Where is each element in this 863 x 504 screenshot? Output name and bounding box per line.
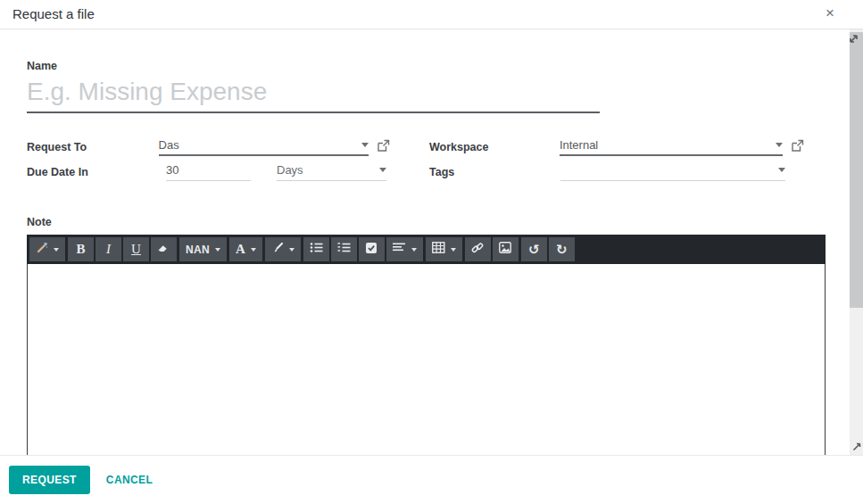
image-button[interactable]	[493, 237, 519, 261]
note-label: Note	[27, 216, 863, 228]
request-button[interactable]: REQUEST	[9, 466, 90, 494]
name-field-group: Name	[27, 60, 600, 113]
redo-icon: ↻	[556, 242, 568, 258]
unordered-list-icon	[310, 242, 323, 257]
paragraph-align-dropdown[interactable]	[386, 237, 423, 261]
rich-text-editor: B I U	[27, 235, 826, 457]
name-input[interactable]	[27, 76, 600, 113]
fields-grid: Request To Due Date In	[27, 138, 863, 188]
chevron-down-icon	[54, 248, 59, 252]
link-icon	[471, 242, 484, 258]
request-file-dialog: Request a file × Name Request To	[0, 0, 863, 504]
chevron-down-icon	[778, 168, 785, 172]
checklist-button[interactable]	[359, 237, 385, 261]
style-dropdown-button[interactable]	[29, 237, 65, 261]
scrollbar-thumb[interactable]	[850, 32, 863, 308]
dialog-title: Request a file	[12, 6, 95, 21]
history-group: ↺ ↻	[521, 237, 575, 261]
resize-cursor-icon	[849, 31, 859, 47]
color-dropdown-button[interactable]	[265, 237, 301, 261]
font-style-group: B I U	[68, 237, 177, 261]
table-group	[426, 237, 462, 261]
eraser-icon	[157, 242, 170, 257]
workspace-row: Workspace	[429, 138, 804, 163]
due-date-unit-value: Days	[277, 163, 374, 177]
workspace-input[interactable]	[560, 138, 770, 152]
list-group	[303, 237, 423, 261]
table-icon	[432, 242, 445, 257]
chevron-down-icon	[411, 248, 417, 252]
dialog-body: Name Request To	[0, 29, 863, 455]
font-style-dropdown[interactable]: A	[229, 237, 262, 261]
tags-select[interactable]	[560, 163, 785, 181]
close-icon[interactable]: ×	[826, 4, 834, 22]
chevron-down-icon[interactable]	[361, 143, 369, 147]
request-to-label: Request To	[27, 138, 159, 153]
due-date-fields: Days	[166, 163, 386, 181]
link-button[interactable]	[465, 237, 491, 261]
dialog-header: Request a file ×	[0, 0, 863, 29]
unordered-list-button[interactable]	[303, 237, 329, 261]
font-style-label: A	[236, 242, 245, 257]
note-field-group: Note	[27, 216, 863, 457]
tags-row: Tags	[429, 163, 804, 188]
font-name-label: NAN	[186, 244, 210, 256]
request-to-input[interactable]	[159, 138, 356, 152]
insert-group	[465, 237, 519, 261]
note-editor-content[interactable]	[27, 264, 826, 457]
chevron-down-icon	[451, 248, 456, 252]
request-to-field	[159, 138, 369, 156]
paragraph-align-icon	[393, 242, 406, 257]
dialog-footer: REQUEST CANCEL	[0, 455, 863, 504]
due-date-input[interactable]	[166, 163, 251, 181]
magic-wand-icon	[36, 242, 48, 258]
redo-button[interactable]: ↻	[549, 237, 575, 261]
due-date-unit-select[interactable]: Days	[277, 163, 386, 181]
chevron-down-icon	[289, 248, 295, 252]
chevron-down-icon	[379, 168, 386, 172]
underline-button[interactable]: U	[123, 237, 149, 261]
name-label: Name	[27, 60, 600, 72]
picture-icon	[499, 242, 511, 257]
chevron-down-icon	[251, 248, 256, 252]
editor-toolbar: B I U	[27, 235, 826, 264]
external-link-icon[interactable]	[791, 139, 804, 153]
font-size-group: A	[229, 237, 262, 261]
eraser-button[interactable]	[151, 237, 177, 261]
fields-column-left: Request To Due Date In	[27, 138, 390, 188]
workspace-field	[560, 138, 783, 156]
chevron-down-icon[interactable]	[776, 143, 783, 147]
table-dropdown-button[interactable]	[426, 237, 462, 261]
paint-brush-icon	[271, 242, 284, 258]
request-to-row: Request To	[27, 138, 390, 163]
font-name-group: NAN	[179, 237, 227, 261]
ordered-list-icon	[337, 242, 351, 257]
tags-label: Tags	[429, 163, 560, 178]
color-group	[265, 237, 301, 261]
due-date-label: Due Date In	[27, 163, 166, 178]
checkbox-icon	[365, 242, 378, 258]
style-group	[29, 237, 65, 261]
italic-button[interactable]: I	[95, 237, 121, 261]
undo-button[interactable]: ↺	[521, 237, 547, 261]
resize-grip-icon[interactable]	[852, 439, 861, 455]
due-date-row: Due Date In Days	[27, 163, 390, 188]
fields-column-right: Workspace Tags	[429, 138, 804, 188]
undo-icon: ↺	[528, 242, 540, 258]
bold-button[interactable]: B	[68, 237, 94, 261]
workspace-label: Workspace	[429, 138, 560, 153]
font-name-dropdown[interactable]: NAN	[179, 237, 227, 261]
chevron-down-icon	[215, 248, 220, 252]
ordered-list-button[interactable]	[331, 237, 357, 261]
cancel-button[interactable]: CANCEL	[106, 474, 153, 486]
external-link-icon[interactable]	[377, 139, 390, 153]
